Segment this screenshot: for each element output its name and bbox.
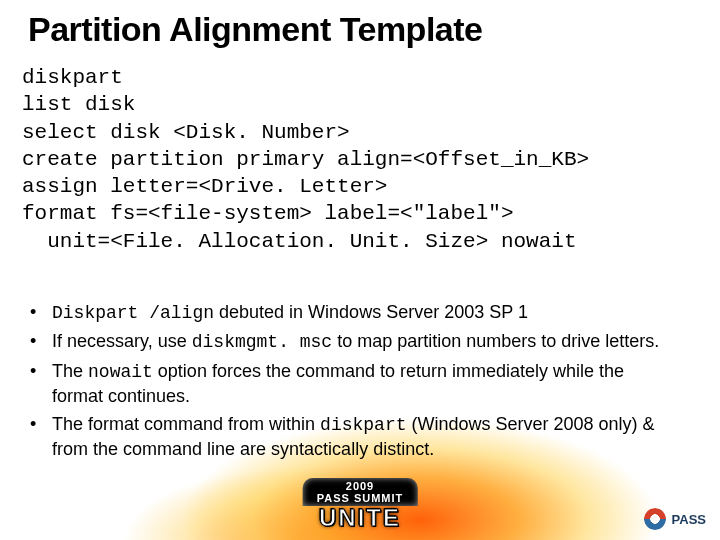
inline-code: nowait — [88, 362, 153, 382]
code-line: diskpart — [22, 66, 123, 89]
code-block: diskpart list disk select disk <Disk. Nu… — [22, 64, 700, 255]
inline-code: diskpart — [320, 415, 406, 435]
swirl-icon — [644, 508, 666, 530]
code-line: select disk <Disk. Number> — [22, 121, 350, 144]
badge-unite: UNITE — [303, 504, 418, 532]
inline-code: diskmgmt. msc — [192, 332, 332, 352]
pass-logo: PASS — [644, 508, 706, 530]
code-line: list disk — [22, 93, 135, 116]
list-item: Diskpart /align debuted in Windows Serve… — [22, 300, 680, 325]
code-line: format fs=<file-system> label=<"label"> — [22, 202, 513, 225]
list-item: The format command from within diskpart … — [22, 412, 680, 462]
bullet-text: The format command from within — [52, 414, 320, 434]
slide: Partition Alignment Template diskpart li… — [0, 0, 720, 540]
badge-summit-text: PASS SUMMIT — [317, 492, 404, 504]
badge-year-text: 2009 — [346, 480, 374, 492]
bullet-list: Diskpart /align debuted in Windows Serve… — [22, 300, 680, 466]
logo-text: PASS — [672, 512, 706, 527]
list-item: The nowait option forces the command to … — [22, 359, 680, 409]
bullet-text: If necessary, use — [52, 331, 192, 351]
bullet-text: The — [52, 361, 88, 381]
inline-code: Diskpart /align — [52, 303, 214, 323]
page-title: Partition Alignment Template — [28, 10, 482, 49]
event-badge: 2009 PASS SUMMIT UNITE — [303, 478, 418, 532]
bullet-text: debuted in Windows Server 2003 SP 1 — [214, 302, 528, 322]
bullet-text: to map partition numbers to drive letter… — [332, 331, 659, 351]
code-line: unit=<File. Allocation. Unit. Size> nowa… — [22, 230, 577, 253]
code-line: create partition primary align=<Offset_i… — [22, 148, 589, 171]
badge-year: 2009 PASS SUMMIT — [303, 478, 418, 506]
code-line: assign letter=<Drive. Letter> — [22, 175, 387, 198]
list-item: If necessary, use diskmgmt. msc to map p… — [22, 329, 680, 354]
